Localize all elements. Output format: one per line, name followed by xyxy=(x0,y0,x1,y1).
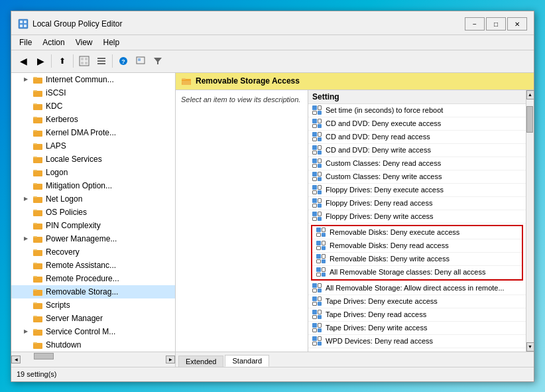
chevron-right-icon: ▶ xyxy=(22,195,30,203)
list-button[interactable] xyxy=(93,54,109,68)
sidebar-item-kdc[interactable]: ▶ KDC xyxy=(11,99,175,113)
minimize-button[interactable]: − xyxy=(465,17,485,31)
back-button[interactable]: ◀ xyxy=(15,54,31,68)
svg-rect-25 xyxy=(33,117,37,118)
svg-rect-29 xyxy=(33,143,37,145)
h-scroll-left-button[interactable]: ◀ xyxy=(11,356,21,363)
setting-item-11[interactable]: Removable Disks: Deny write access xyxy=(312,253,522,266)
sidebar-item-locale-services[interactable]: ▶ Locale Services xyxy=(11,153,175,166)
toolbar-separator-1 xyxy=(51,54,52,68)
setting-item-16[interactable]: Tape Drives: Deny write access xyxy=(308,322,526,335)
forward-button[interactable]: ▶ xyxy=(32,54,48,68)
setting-item-label: WPD Devices: Deny read access xyxy=(326,337,433,345)
sidebar-item-label: Internet Commun... xyxy=(46,75,114,84)
sidebar-item-logon[interactable]: ▶ Logon xyxy=(11,166,175,179)
setting-item-12[interactable]: All Removable Storage classes: Deny all … xyxy=(312,266,522,279)
svg-rect-40 xyxy=(33,224,42,229)
svg-rect-54 xyxy=(33,316,42,322)
sidebar-item-service-control[interactable]: ▶ Service Control M... xyxy=(11,325,175,338)
sidebar-item-power-management[interactable]: ▶ Power Manageme... xyxy=(11,232,175,245)
settings-panel[interactable]: Set time (in seconds) to force reboot CD… xyxy=(308,104,526,352)
sidebar-item-pin-complexity[interactable]: ▶ PIN Complexity xyxy=(11,219,175,232)
show-hide-button[interactable] xyxy=(76,54,92,68)
sidebar-item-os-policies[interactable]: ▶ OS Policies xyxy=(11,206,175,219)
sidebar-item-kerberos[interactable]: ▶ Kerberos xyxy=(11,113,175,126)
tab-standard[interactable]: Standard xyxy=(225,355,269,367)
setting-item-0[interactable]: Set time (in seconds) to force reboot xyxy=(308,104,526,117)
svg-rect-50 xyxy=(33,290,42,296)
folder-icon xyxy=(32,74,43,85)
sidebar-item-mitigation[interactable]: ▶ Mitigation Option... xyxy=(11,179,175,192)
setting-item-2[interactable]: CD and DVD: Deny read access xyxy=(308,131,526,144)
folder-open-icon xyxy=(181,76,192,86)
sidebar-item-shutdown[interactable]: ▶ Shutdown xyxy=(11,338,175,352)
menu-view[interactable]: View xyxy=(70,36,98,48)
h-scroll-thumb[interactable] xyxy=(34,353,54,359)
export-button[interactable] xyxy=(133,54,149,68)
sidebar-item-net-logon[interactable]: ▶ Net Logon xyxy=(11,192,175,206)
sidebar-item-server-manager[interactable]: ▶ Server Manager xyxy=(11,312,175,325)
chevron-right-icon: ▶ xyxy=(22,235,30,243)
setting-item-5[interactable]: Custom Classes: Deny write access xyxy=(308,170,526,184)
menu-bar: File Action View Help xyxy=(11,35,534,50)
setting-icon xyxy=(312,132,322,141)
menu-action[interactable]: Action xyxy=(37,36,70,48)
sidebar-item-label: KDC xyxy=(46,101,62,111)
folder-icon xyxy=(32,233,43,244)
toolbar: ◀ ▶ ⬆ ? xyxy=(11,50,534,73)
setting-item-13[interactable]: All Removable Storage: Allow direct acce… xyxy=(308,282,526,295)
scroll-up-button[interactable]: ▲ xyxy=(526,90,534,99)
scroll-thumb[interactable] xyxy=(526,106,533,133)
sidebar-item-laps[interactable]: ▶ LAPS xyxy=(11,139,175,153)
setting-item-8[interactable]: Floppy Drives: Deny write access xyxy=(308,210,526,224)
sidebar-item-label: Power Manageme... xyxy=(46,234,117,243)
sidebar-item-recovery[interactable]: ▶ Recovery xyxy=(11,245,175,259)
up-button[interactable]: ⬆ xyxy=(54,54,70,68)
h-scroll-right-button[interactable]: ▶ xyxy=(166,356,175,363)
folder-icon xyxy=(32,300,43,310)
highlighted-settings-group: Removable Disks: Deny execute access Rem… xyxy=(311,225,523,281)
sidebar-item-scripts[interactable]: ▶ Scripts xyxy=(11,298,175,312)
setting-item-label: All Removable Storage classes: Deny all … xyxy=(330,268,485,276)
setting-item-3[interactable]: CD and DVD: Deny write access xyxy=(308,144,526,157)
setting-icon xyxy=(316,254,326,263)
h-scroll-track[interactable] xyxy=(21,352,166,367)
setting-item-6[interactable]: Floppy Drives: Deny execute access xyxy=(308,184,526,197)
setting-item-17[interactable]: WPD Devices: Deny read access xyxy=(308,335,526,348)
svg-rect-51 xyxy=(33,289,37,291)
setting-item-9[interactable]: Removable Disks: Deny execute access xyxy=(312,226,522,239)
sidebar[interactable]: ▶ Internet Commun... ▶ iSCSI ▶ KDC ▶ Ker… xyxy=(11,73,176,352)
sidebar-item-removable-storage[interactable]: ▶ Removable Storag... xyxy=(11,285,175,298)
setting-item-14[interactable]: Tape Drives: Deny execute access xyxy=(308,295,526,308)
setting-icon xyxy=(312,296,322,306)
menu-file[interactable]: File xyxy=(14,36,37,48)
setting-item-label: Tape Drives: Deny read access xyxy=(326,310,426,318)
folder-icon xyxy=(32,194,43,204)
sidebar-item-label: PIN Complexity xyxy=(46,221,101,230)
content-body: Select an item to view its description. … xyxy=(176,90,534,352)
sidebar-item-iscsi[interactable]: ▶ iSCSI xyxy=(11,86,175,99)
sidebar-hscroll[interactable]: ◀ ▶ xyxy=(11,352,176,367)
help-button[interactable]: ? xyxy=(115,54,131,68)
sidebar-item-kernel-dma[interactable]: ▶ Kernel DMA Prote... xyxy=(11,126,175,139)
menu-help[interactable]: Help xyxy=(98,36,125,48)
setting-item-1[interactable]: CD and DVD: Deny execute access xyxy=(308,117,526,131)
settings-scrollbar-vertical[interactable]: ▲ ▼ xyxy=(526,90,534,352)
tab-extended[interactable]: Extended xyxy=(178,356,223,367)
maximize-button[interactable]: □ xyxy=(486,17,506,31)
sidebar-item-remote-assistance[interactable]: ▶ Remote Assistanc... xyxy=(11,259,175,272)
scroll-down-button[interactable]: ▼ xyxy=(526,342,534,352)
sidebar-item-remote-procedure[interactable]: ▶ Remote Procedure... xyxy=(11,272,175,285)
svg-rect-8 xyxy=(81,62,84,64)
setting-item-10[interactable]: Removable Disks: Deny read access xyxy=(312,239,522,253)
setting-item-4[interactable]: Custom Classes: Deny read access xyxy=(308,157,526,170)
svg-rect-30 xyxy=(33,157,42,163)
svg-rect-16 xyxy=(138,58,141,61)
sidebar-item-label: Shutdown xyxy=(46,340,81,350)
scroll-track[interactable] xyxy=(526,99,534,342)
setting-item-15[interactable]: Tape Drives: Deny read access xyxy=(308,308,526,322)
setting-item-7[interactable]: Floppy Drives: Deny read access xyxy=(308,197,526,210)
close-button[interactable]: ✕ xyxy=(507,17,527,31)
filter-button[interactable] xyxy=(150,54,166,68)
sidebar-item-internet-commun[interactable]: ▶ Internet Commun... xyxy=(11,73,175,86)
